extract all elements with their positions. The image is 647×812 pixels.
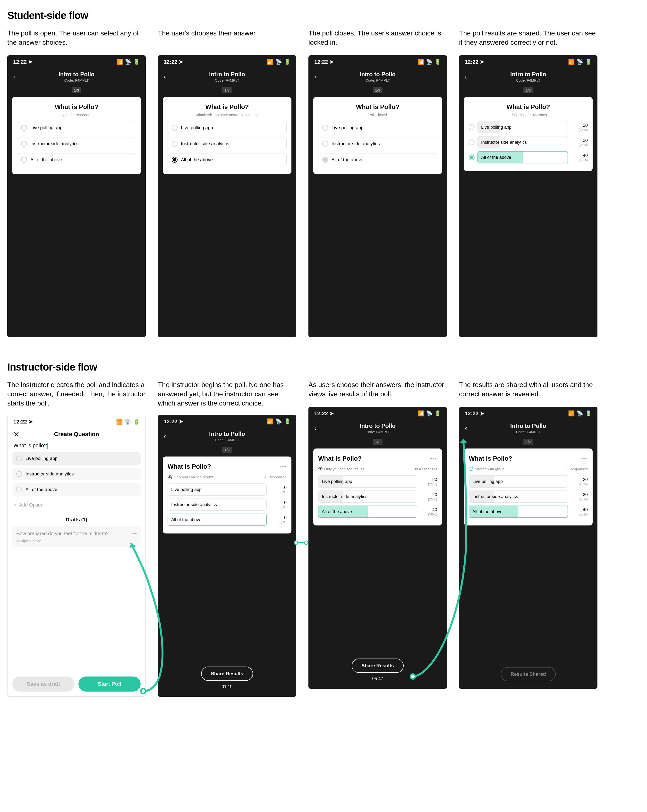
more-icon[interactable]: ••• (430, 456, 437, 462)
question-input[interactable]: What is pollo? (12, 439, 140, 452)
caption: The results are shared with all users an… (459, 380, 597, 400)
answer-label: Instructor side analytics (168, 502, 217, 507)
response-count: 0 Responses (265, 475, 287, 479)
answer-label: Live polling app (31, 125, 63, 130)
vote-count: 0 (284, 515, 287, 520)
answer-option[interactable]: All of the above (17, 153, 136, 166)
question-text: What is Pollo? (318, 103, 437, 111)
caption: The instructor creates the poll and indi… (7, 380, 146, 408)
phone-screen: 12:22➤ 📶📡🔋 ✕ Create Question What is pol… (7, 415, 146, 697)
vote-pct: (50%) (571, 512, 588, 516)
battery-icon: 🔋 (284, 59, 290, 65)
nav-title: Intro to Pollo (510, 71, 546, 78)
nav-title: Intro to Pollo (360, 71, 396, 78)
status-bar: 12:22➤ 📶📡🔋 (7, 55, 146, 67)
answer-option[interactable]: Live polling app (168, 121, 287, 134)
result-row: Instructor side analytics0(0%) (168, 499, 287, 511)
answer-option[interactable]: All of the above (168, 153, 287, 166)
share-results-button[interactable]: Share Results (201, 667, 253, 681)
status-icons: 📶📡🔋 (267, 59, 290, 65)
caption: The poll results are shared. The user ca… (459, 29, 597, 48)
back-icon[interactable]: ‹ (465, 73, 467, 81)
more-icon[interactable]: ••• (581, 456, 588, 462)
vote-count: 40 (432, 507, 437, 512)
back-icon[interactable]: ‹ (314, 73, 316, 81)
status-time: 12:22 (13, 59, 27, 65)
wifi-icon: 📡 (426, 59, 433, 65)
save-draft-button[interactable]: Save as draft (12, 676, 75, 691)
more-icon[interactable]: ••• (279, 464, 287, 470)
answer-option: Instructor side analytics (318, 137, 437, 150)
back-icon[interactable]: ‹ (314, 424, 316, 432)
status-time: 12:22 (465, 59, 478, 65)
vote-pct: (25%) (571, 143, 588, 147)
vote-count: 20 (583, 138, 588, 143)
answer-option[interactable]: Instructor side analytics (17, 137, 136, 150)
vote-pct: (25%) (571, 482, 588, 486)
start-poll-button[interactable]: Start Poll (78, 676, 140, 691)
result-row: All of the above40(50%) (469, 505, 588, 518)
answer-option-edit[interactable]: Instructor side analytics (12, 468, 140, 480)
radio-icon (21, 141, 27, 147)
back-icon[interactable]: ‹ (13, 73, 15, 81)
nav-bar: ‹ Intro to Pollo Code: F4MPLT (158, 67, 296, 84)
result-row: Live polling app20(25%) (469, 475, 588, 488)
nav-title: Intro to Pollo (209, 430, 245, 437)
result-row: Instructor side analytics20(25%) (318, 490, 437, 503)
radio-icon (469, 154, 475, 160)
more-icon[interactable]: ••• (132, 531, 137, 536)
poll-card: What is Pollo?••• 🌐Shared with group80 R… (464, 449, 593, 525)
close-icon[interactable]: ✕ (13, 430, 20, 438)
wifi-icon: 📡 (426, 411, 433, 417)
result-row: Live polling app 20(25%) (469, 121, 588, 133)
vote-count: 20 (432, 492, 437, 497)
share-results-button[interactable]: Share Results (352, 659, 403, 673)
answer-option-edit[interactable]: All of the above (12, 483, 140, 496)
nav-title: Intro to Pollo (510, 423, 546, 429)
radio-icon (322, 141, 328, 147)
result-row: Live polling app20(25%) (318, 475, 437, 488)
radio-icon (16, 471, 22, 477)
poll-status: Poll Closed (318, 113, 437, 117)
vote-count: 0 (284, 500, 287, 505)
answer-option[interactable]: Live polling app (17, 121, 136, 134)
battery-icon: 🔋 (585, 59, 592, 65)
answer-label: All of the above (331, 157, 363, 162)
vote-count: 20 (583, 477, 588, 482)
caption: The poll closes. The user's answer choic… (308, 29, 447, 48)
phone-screen: 12:22➤ 📶📡🔋 ‹ Intro to Pollo Code: F4MPLT… (158, 415, 296, 697)
progress-counter: 1/2 (308, 440, 447, 444)
status-icons: 📶📡🔋 (116, 59, 140, 65)
status-icons: 📶📡🔋 (568, 411, 592, 417)
visibility-label: Shared with group (475, 467, 504, 471)
nav-title: Intro to Pollo (360, 423, 396, 429)
draft-card[interactable]: How prepared do you feel for the midterm… (12, 527, 140, 547)
location-icon: ➤ (179, 418, 183, 425)
vote-pct: (25%) (571, 128, 588, 132)
add-option-button[interactable]: +Add Option (12, 499, 140, 511)
question-text: What is Pollo? (469, 455, 512, 462)
nav-bar: ‹ Intro to Pollo Code: F4MPLT (308, 67, 447, 84)
progress-counter: 1/3 (158, 88, 296, 93)
vote-count: 20 (583, 123, 588, 128)
answer-label: All of the above (478, 155, 511, 160)
poll-status: Open for responses (17, 113, 136, 117)
status-time: 12:22 (314, 59, 328, 65)
back-icon[interactable]: ‹ (164, 73, 166, 81)
answer-option[interactable]: Instructor side analytics (168, 137, 287, 150)
back-icon[interactable]: ‹ (164, 432, 166, 440)
nav-code: Code: F4MPLT (58, 78, 95, 82)
back-icon[interactable]: ‹ (465, 424, 467, 432)
nav-code: Code: F4MPLT (510, 430, 546, 434)
question-text: What is Pollo? (318, 455, 362, 462)
poll-card: What is Pollo? Final results • 46 Votes … (464, 97, 593, 171)
radio-icon (16, 487, 22, 493)
battery-icon: 🔋 (133, 59, 140, 65)
radio-icon (322, 157, 328, 163)
status-bar: 12:22➤ 📶📡🔋 (459, 407, 597, 418)
signal-icon: 📶 (267, 59, 273, 65)
answer-option-edit[interactable]: Live polling app (12, 452, 140, 465)
wifi-icon: 📡 (275, 59, 282, 65)
status-time: 12:22 (164, 418, 177, 425)
question-text: What is Pollo? (469, 103, 588, 111)
